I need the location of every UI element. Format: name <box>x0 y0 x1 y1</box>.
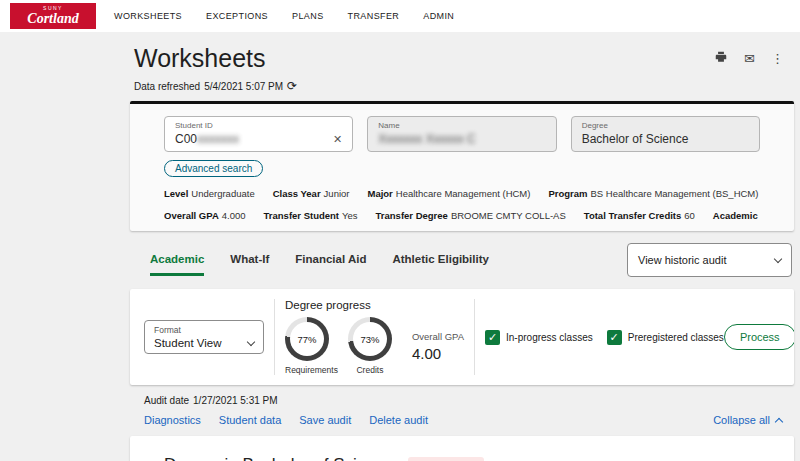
in-progress-checkbox-item[interactable]: ✓ In-progress classes <box>485 330 593 345</box>
info-overall-gpa: Overall GPA4.000 <box>164 210 246 221</box>
audit-date-value: 1/27/2021 5:31 PM <box>193 395 278 406</box>
requirements-ring-wrap: 77% Requirements <box>285 317 338 375</box>
credits-ring-label: Credits <box>348 365 392 375</box>
tab-athletic-eligibility[interactable]: Athletic Eligibility <box>392 245 488 276</box>
process-button[interactable]: Process <box>724 324 794 350</box>
overall-gpa-block: Overall GPA 4.00 <box>412 331 464 362</box>
audit-controls-card: Format Student View Degree progress 77% … <box>130 289 794 385</box>
class-checkboxes: ✓ In-progress classes ✓ Preregistered cl… <box>485 330 724 345</box>
degree-progress-title: Degree progress <box>285 299 464 311</box>
chevron-down-icon <box>247 337 255 345</box>
name-field[interactable]: Name Xxxxxxx Xxxxxx C <box>367 116 556 152</box>
student-id-value: C00 <box>175 132 197 146</box>
checkbox-checked-icon[interactable]: ✓ <box>485 330 500 345</box>
chevron-up-icon <box>775 417 783 425</box>
info-major: MajorHealthcare Management (HCM) <box>367 188 530 199</box>
collapse-all-label: Collapse all <box>713 414 770 426</box>
degree-card: Degree in Bachelor of Science INCOMPLETE… <box>130 436 794 461</box>
nav-transfer[interactable]: TRANSFER <box>348 11 400 21</box>
save-audit-link[interactable]: Save audit <box>299 414 351 426</box>
nav-plans[interactable]: PLANS <box>292 11 324 21</box>
diagnostics-link[interactable]: Diagnostics <box>144 414 201 426</box>
chevron-down-icon <box>774 254 782 262</box>
advanced-search-button[interactable]: Advanced search <box>164 160 263 177</box>
info-total-transfer-credits: Total Transfer Credits60 <box>584 210 695 221</box>
historic-audit-label: View historic audit <box>638 254 726 266</box>
tab-academic[interactable]: Academic <box>150 245 204 276</box>
vertical-divider <box>274 299 275 375</box>
tab-what-if[interactable]: What-If <box>230 245 269 276</box>
credits-ring-wrap: 73% Credits <box>348 317 392 375</box>
degree-collapse-button[interactable] <box>746 452 760 461</box>
student-info-row-1: LevelUndergraduate Class YearJunior Majo… <box>164 188 760 199</box>
logo-name-text: Cortland <box>27 12 78 26</box>
cortland-logo[interactable]: SUNY Cortland <box>10 3 96 29</box>
degree-card-title: Degree in Bachelor of Science <box>164 455 394 461</box>
data-refreshed-label: Data refreshed <box>134 81 200 92</box>
overall-gpa-label: Overall GPA <box>412 331 464 342</box>
clear-icon[interactable]: ✕ <box>333 133 342 146</box>
format-value: Student View <box>154 337 222 349</box>
checkbox-checked-icon[interactable]: ✓ <box>607 330 622 345</box>
historic-audit-select[interactable]: View historic audit <box>627 243 792 277</box>
info-program: ProgramBS Healthcare Management (BS_HCM) <box>548 188 758 199</box>
info-transfer-degree: Transfer DegreeBROOME CMTY COLL-AS <box>376 210 566 221</box>
format-label: Format <box>154 325 254 335</box>
in-progress-label: In-progress classes <box>506 332 593 343</box>
audit-date-label: Audit date <box>144 395 189 406</box>
student-id-field[interactable]: Student ID C00xxxxxxx ✕ <box>164 116 353 152</box>
info-academic-standing: Academic StandingGood Standing <box>713 210 760 221</box>
vertical-divider <box>474 299 475 375</box>
degree-label: Degree <box>582 121 749 130</box>
main-content: Worksheets ✉ ⋮ Data refreshed 5/4/2021 5… <box>0 32 800 461</box>
info-class-year: Class YearJunior <box>273 188 350 199</box>
email-icon[interactable]: ✉ <box>744 51 755 66</box>
top-nav-bar: SUNY Cortland WORKSHEETS EXCEPTIONS PLAN… <box>0 0 800 32</box>
print-icon[interactable] <box>714 50 728 67</box>
nav-admin[interactable]: ADMIN <box>423 11 454 21</box>
print-icon-svg <box>714 50 728 64</box>
audit-actions-row: Diagnostics Student data Save audit Dele… <box>144 414 794 426</box>
degree-progress-block: Degree progress 77% Requirements 73% Cre… <box>285 299 464 375</box>
degree-value: Bachelor of Science <box>582 132 689 146</box>
requirements-progress-ring: 77% <box>285 317 329 361</box>
student-id-redacted-value: xxxxxxx <box>197 132 239 146</box>
info-level: LevelUndergraduate <box>164 188 255 199</box>
nav-exceptions[interactable]: EXCEPTIONS <box>206 11 268 21</box>
overall-gpa-value: 4.00 <box>412 345 464 362</box>
incomplete-status-badge: INCOMPLETE <box>408 457 485 461</box>
credits-percent: 73% <box>360 334 379 345</box>
page-title: Worksheets <box>134 44 266 73</box>
kebab-menu-icon[interactable]: ⋮ <box>771 51 784 66</box>
name-label: Name <box>378 121 545 130</box>
format-select[interactable]: Format Student View <box>144 320 264 354</box>
data-refreshed-value: 5/4/2021 5:07 PM <box>204 81 283 92</box>
name-redacted-value: Xxxxxxx Xxxxxx C <box>378 132 475 146</box>
main-nav: WORKSHEETS EXCEPTIONS PLANS TRANSFER ADM… <box>114 11 454 21</box>
info-transfer-student: Transfer StudentYes <box>264 210 358 221</box>
student-info-row-2: Overall GPA4.000 Transfer StudentYes Tra… <box>164 210 760 221</box>
preregistered-checkbox-item[interactable]: ✓ Preregistered classes <box>607 330 724 345</box>
tabs-row: Academic What-If Financial Aid Athletic … <box>130 243 794 277</box>
degree-field[interactable]: Degree Bachelor of Science <box>571 116 760 152</box>
student-data-link[interactable]: Student data <box>219 414 281 426</box>
preregistered-label: Preregistered classes <box>628 332 724 343</box>
credits-progress-ring: 73% <box>348 317 392 361</box>
student-search-card: Student ID C00xxxxxxx ✕ Name Xxxxxxx Xxx… <box>130 101 794 231</box>
requirements-percent: 77% <box>297 334 316 345</box>
collapse-all-button[interactable]: Collapse all <box>713 414 782 426</box>
student-id-label: Student ID <box>175 121 342 130</box>
nav-worksheets[interactable]: WORKSHEETS <box>114 11 182 21</box>
refresh-icon[interactable]: ⟳ <box>287 79 297 93</box>
delete-audit-link[interactable]: Delete audit <box>369 414 428 426</box>
audit-date-row: Audit date 1/27/2021 5:31 PM <box>144 395 794 406</box>
tab-financial-aid[interactable]: Financial Aid <box>295 245 366 276</box>
requirements-ring-label: Requirements <box>285 365 338 375</box>
